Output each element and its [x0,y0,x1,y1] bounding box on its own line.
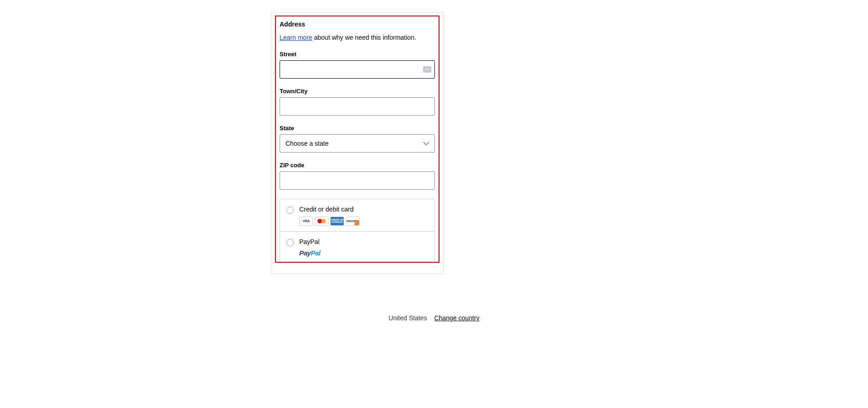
state-select[interactable]: Choose a state [280,134,435,153]
city-input[interactable] [280,97,435,116]
city-field: Town/City [280,88,435,116]
radio-paypal[interactable] [286,239,294,246]
payment-methods: Credit or debit card VISA AMERICANEXPRES… [280,199,435,263]
street-input[interactable] [280,60,435,79]
street-field: Street [280,51,435,79]
amex-icon: AMERICANEXPRESS [330,217,344,226]
card-icons-row: VISA AMERICANEXPRESS DISCOVER [299,217,428,226]
payment-card-body: Credit or debit card VISA AMERICANEXPRES… [299,206,428,226]
radio-card[interactable] [286,207,294,214]
address-info: Learn more about why we need this inform… [280,33,435,42]
state-label: State [280,125,435,132]
discover-icon: DISCOVER [346,217,360,226]
payment-paypal-body: PayPal PayPal [299,238,428,257]
visa-icon: VISA [299,217,313,226]
address-heading: Address [280,21,435,28]
payment-option-paypal[interactable]: PayPal PayPal [280,231,434,262]
paypal-logo: PayPal [299,249,428,257]
zip-label: ZIP code [280,162,435,169]
change-country-link[interactable]: Change country [434,314,480,322]
autofill-icon[interactable] [423,66,431,73]
zip-input[interactable] [280,171,435,190]
zip-field: ZIP code [280,162,435,190]
payment-option-card[interactable]: Credit or debit card VISA AMERICANEXPRES… [280,199,434,231]
city-label: Town/City [280,88,435,95]
payment-paypal-label: PayPal [299,238,428,245]
state-field: State Choose a state [280,125,435,153]
footer-country: United States [389,314,427,322]
learn-more-link[interactable]: Learn more [280,34,312,41]
address-section: Address Learn more about why we need thi… [271,12,443,190]
payment-card-label: Credit or debit card [299,206,428,213]
address-info-text: about why we need this information. [312,34,416,41]
footer: United States Change country [0,314,868,322]
mastercard-icon [315,217,328,226]
state-select-wrapper: Choose a state [280,134,435,153]
street-label: Street [280,51,435,58]
checkout-card: Address Learn more about why we need thi… [271,12,444,274]
street-input-wrapper [280,60,435,79]
